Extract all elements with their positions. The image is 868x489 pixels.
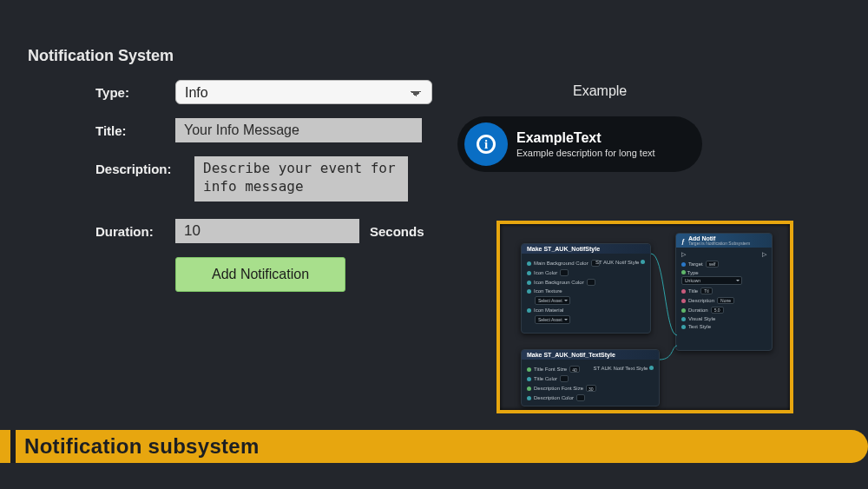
duration-input[interactable] <box>175 219 359 243</box>
bar-notch <box>10 430 16 463</box>
type-label: Type: <box>95 80 175 100</box>
footer-title: Notification subsystem <box>24 434 260 459</box>
description-input[interactable]: Describe your event for info message <box>194 156 408 202</box>
page-title: Notification System <box>28 47 174 65</box>
form-row-type: Type: Info <box>95 80 434 104</box>
footer-bar: Notification subsystem <box>0 430 868 463</box>
title-label: Title: <box>95 118 175 138</box>
function-icon: ƒ <box>681 238 685 244</box>
node-output-pin: ST AUK Notif Text Style <box>594 366 654 371</box>
node-output-pin: ST AUK Notif Style <box>595 260 645 265</box>
form-row-title: Title: <box>95 118 434 142</box>
example-heading: Example <box>573 83 627 99</box>
exec-in-icon: ▷ <box>681 251 686 258</box>
form-row-description: Description: Describe your event for inf… <box>95 156 434 205</box>
blueprint-node-add-notif[interactable]: ƒ Add Notif Target is Notification Subsy… <box>675 233 773 351</box>
notification-title: ExampleText <box>516 130 655 146</box>
type-select[interactable]: Info <box>175 80 432 104</box>
node-header: ƒ Add Notif Target is Notification Subsy… <box>676 234 772 248</box>
duration-label: Duration: <box>95 219 175 239</box>
notification-preview: i ExampleText Example description for lo… <box>457 116 702 172</box>
blueprint-node-make-notif-style[interactable]: Make ST_AUK_NotifStyle ST AUK Notif Styl… <box>521 243 651 334</box>
add-notification-button[interactable]: Add Notification <box>175 257 345 292</box>
notification-form: Type: Info Title: Description: Describe … <box>95 80 434 292</box>
blueprint-panel: Make ST_AUK_NotifStyle ST AUK Notif Styl… <box>496 221 793 413</box>
title-input[interactable] <box>175 118 422 142</box>
description-label: Description: <box>95 156 194 176</box>
notification-description: Example description for long text <box>516 148 655 158</box>
exec-out-icon: ▷ <box>762 251 766 258</box>
seconds-label: Seconds <box>359 219 424 239</box>
info-glyph: i <box>477 135 496 154</box>
blueprint-node-make-text-style[interactable]: Make ST_AUK_Notif_TextStyle ST AUK Notif… <box>521 349 660 406</box>
info-icon: i <box>464 122 508 166</box>
form-row-duration: Duration: Seconds <box>95 219 434 243</box>
node-header: Make ST_AUK_Notif_TextStyle <box>522 350 659 360</box>
node-header: Make ST_AUK_NotifStyle <box>522 244 650 254</box>
